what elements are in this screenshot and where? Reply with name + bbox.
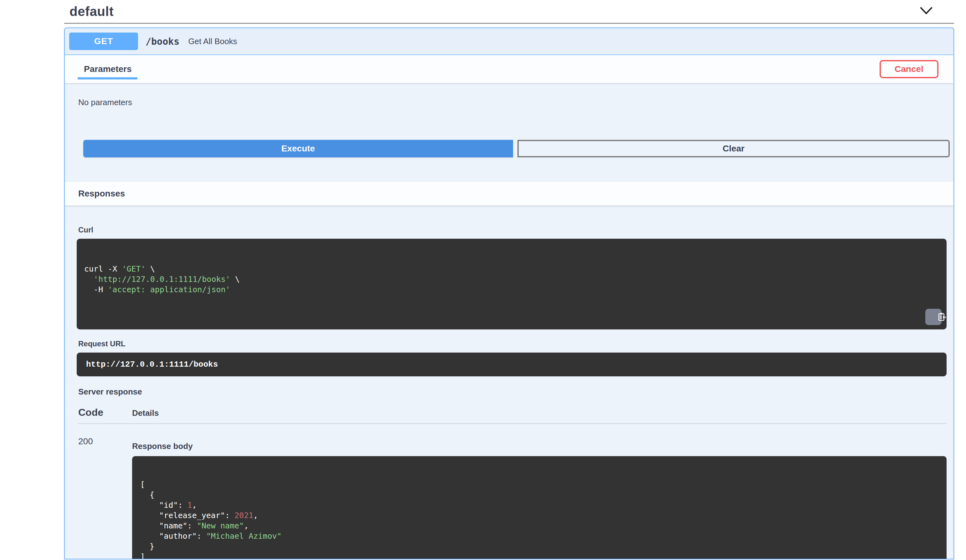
tab-parameters-label: Parameters bbox=[84, 64, 132, 74]
responses-title: Responses bbox=[78, 189, 125, 199]
response-body-label: Response body bbox=[132, 441, 946, 451]
request-url-value: http://127.0.0.1:1111/books bbox=[77, 352, 946, 377]
response-body-block: [ { "id": 1, "release_year": 2021, "name… bbox=[132, 456, 946, 559]
response-table-header: Code Details bbox=[78, 404, 946, 424]
tab-parameters[interactable]: Parameters bbox=[84, 64, 132, 79]
server-response-table: Code Details 200 Response body [ { "id":… bbox=[78, 404, 946, 559]
response-row-200: 200 Response body [ { "id": 1, "release_… bbox=[78, 435, 946, 559]
response-details: Response body [ { "id": 1, "release_year… bbox=[132, 435, 946, 559]
curl-command-block: curl -X 'GET' \ 'http://127.0.0.1:1111/b… bbox=[77, 239, 946, 329]
tag-section-header[interactable]: default bbox=[64, 0, 954, 24]
opblock-get-books: GET /books Get All Books Parameters Canc… bbox=[64, 28, 954, 559]
active-tab-underline bbox=[78, 77, 137, 79]
responses-header: Responses bbox=[65, 182, 953, 206]
curl-command: curl -X 'GET' \ 'http://127.0.0.1:1111/b… bbox=[84, 264, 940, 295]
endpoint-description: Get All Books bbox=[188, 37, 237, 46]
responses-area: Curl curl -X 'GET' \ 'http://127.0.0.1:1… bbox=[65, 226, 953, 559]
clipboard-copy-icon bbox=[921, 307, 946, 327]
opblock-body: No parameters Execute Clear Responses Cu… bbox=[65, 83, 953, 559]
cancel-button[interactable]: Cancel bbox=[880, 60, 938, 78]
method-badge: GET bbox=[69, 33, 138, 50]
parameters-section-header: Parameters Cancel bbox=[65, 55, 953, 83]
operation-summary[interactable]: GET /books Get All Books bbox=[65, 28, 953, 55]
swagger-page: default GET /books Get All Books Paramet… bbox=[0, 0, 966, 559]
details-column-header: Details bbox=[132, 408, 159, 418]
no-parameters-text: No parameters bbox=[65, 83, 953, 107]
response-body-json: [ { "id": 1, "release_year": 2021, "name… bbox=[140, 479, 940, 559]
chevron-down-icon[interactable] bbox=[919, 6, 933, 17]
request-url-label: Request URL bbox=[78, 339, 953, 348]
tag-title: default bbox=[69, 4, 113, 19]
clear-button[interactable]: Clear bbox=[518, 140, 950, 157]
curl-label: Curl bbox=[78, 226, 953, 234]
execute-row: Execute Clear bbox=[83, 140, 950, 157]
server-response-label: Server response bbox=[78, 387, 953, 397]
status-code: 200 bbox=[78, 435, 132, 559]
execute-button[interactable]: Execute bbox=[83, 140, 513, 157]
endpoint-path: /books bbox=[146, 36, 179, 47]
copy-curl-button[interactable] bbox=[925, 309, 941, 325]
code-column-header: Code bbox=[78, 407, 132, 418]
